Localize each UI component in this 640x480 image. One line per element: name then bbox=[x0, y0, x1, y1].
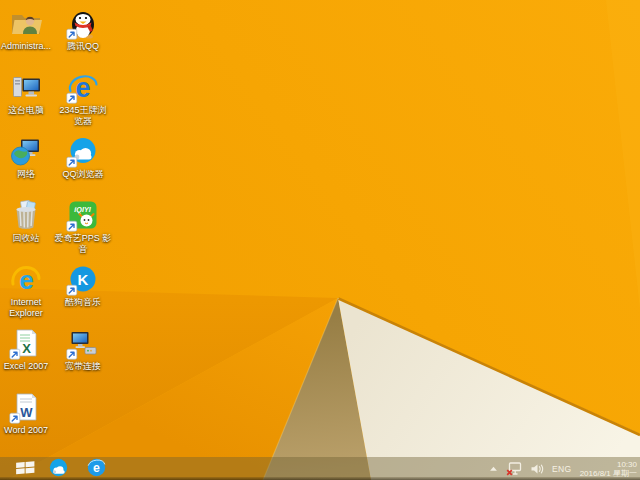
desktop-icon-label: Internet Explorer bbox=[0, 297, 57, 319]
admin-folder-icon bbox=[9, 6, 43, 40]
qq-browser-icon bbox=[66, 134, 100, 168]
desktop-icon-internet-explorer[interactable]: eInternet Explorer bbox=[0, 262, 57, 319]
volume-icon[interactable] bbox=[530, 463, 544, 475]
desktop-icon-label: 网络 bbox=[0, 169, 57, 180]
system-tray: ENG 10:30 2016/8/1 星期一 bbox=[489, 460, 640, 478]
browser-2345-icon: e bbox=[66, 70, 100, 104]
internet-explorer-icon: e bbox=[9, 262, 43, 296]
desktop-icon-label: 酷狗音乐 bbox=[52, 297, 114, 308]
windows-logo-icon bbox=[15, 460, 36, 478]
desktop-icon-label: Word 2007 bbox=[0, 425, 57, 436]
desktop-icon-label: 宽带连接 bbox=[52, 361, 114, 372]
internet-explorer-icon: e bbox=[86, 457, 107, 480]
network-icon bbox=[9, 134, 43, 168]
desktop-icon-kugou-music[interactable]: K酷狗音乐 bbox=[52, 262, 114, 308]
svg-text:iQIYI: iQIYI bbox=[74, 205, 91, 214]
desktop-icon-admin-folder[interactable]: Administra... bbox=[0, 6, 57, 52]
desktop-icon-this-pc[interactable]: 这台电脑 bbox=[0, 70, 57, 116]
qq-icon bbox=[66, 6, 100, 40]
svg-text:X: X bbox=[22, 341, 31, 356]
show-hidden-icons-button[interactable] bbox=[489, 465, 498, 473]
desktop: Administra...腾讯QQ这台电脑e2345王牌浏 览器网络QQ浏览器回… bbox=[0, 0, 640, 480]
recycle-bin-icon bbox=[9, 198, 43, 232]
desktop-icon-network[interactable]: 网络 bbox=[0, 134, 57, 180]
tray-time: 10:30 bbox=[580, 460, 637, 469]
desktop-icon-qq-browser[interactable]: QQ浏览器 bbox=[52, 134, 114, 180]
word-2007-icon: W bbox=[9, 390, 43, 424]
taskbar-ie-button[interactable]: e bbox=[84, 457, 108, 480]
tray-clock[interactable]: 10:30 2016/8/1 星期一 bbox=[580, 460, 637, 478]
svg-text:e: e bbox=[93, 460, 100, 474]
desktop-icon-excel-2007[interactable]: XExcel 2007 bbox=[0, 326, 57, 372]
desktop-icon-label: Administra... bbox=[0, 41, 57, 52]
desktop-icon-browser-2345[interactable]: e2345王牌浏 览器 bbox=[52, 70, 114, 127]
desktop-icon-label: 腾讯QQ bbox=[52, 41, 114, 52]
this-pc-icon bbox=[9, 70, 43, 104]
kugou-music-icon: K bbox=[66, 262, 100, 296]
start-button[interactable] bbox=[12, 457, 38, 480]
tray-date: 2016/8/1 星期一 bbox=[580, 469, 637, 478]
desktop-icon-label: 这台电脑 bbox=[0, 105, 57, 116]
desktop-icon-iqiyi-pps[interactable]: iQIYI爱奇艺PPS 影 音 bbox=[52, 198, 114, 255]
desktop-icon-label: QQ浏览器 bbox=[52, 169, 114, 180]
network-disconnected-icon[interactable] bbox=[506, 462, 522, 476]
svg-text:K: K bbox=[78, 271, 89, 288]
language-indicator[interactable]: ENG bbox=[552, 464, 572, 474]
svg-text:e: e bbox=[19, 265, 33, 295]
desktop-icon-broadband[interactable]: 宽带连接 bbox=[52, 326, 114, 372]
excel-2007-icon: X bbox=[9, 326, 43, 360]
desktop-icon-label: 2345王牌浏 览器 bbox=[52, 105, 114, 127]
taskbar-qq-browser-button[interactable] bbox=[46, 457, 70, 480]
desktop-icon-recycle-bin[interactable]: 回收站 bbox=[0, 198, 57, 244]
desktop-icon-label: Excel 2007 bbox=[0, 361, 57, 372]
desktop-icon-word-2007[interactable]: WWord 2007 bbox=[0, 390, 57, 436]
taskbar: e ENG bbox=[0, 457, 640, 480]
svg-text:W: W bbox=[20, 405, 33, 420]
qq-browser-icon bbox=[48, 457, 69, 480]
desktop-icon-qq[interactable]: 腾讯QQ bbox=[52, 6, 114, 52]
iqiyi-pps-icon: iQIYI bbox=[66, 198, 100, 232]
desktop-icon-label: 回收站 bbox=[0, 233, 57, 244]
broadband-icon bbox=[66, 326, 100, 360]
desktop-icon-label: 爱奇艺PPS 影 音 bbox=[52, 233, 114, 255]
